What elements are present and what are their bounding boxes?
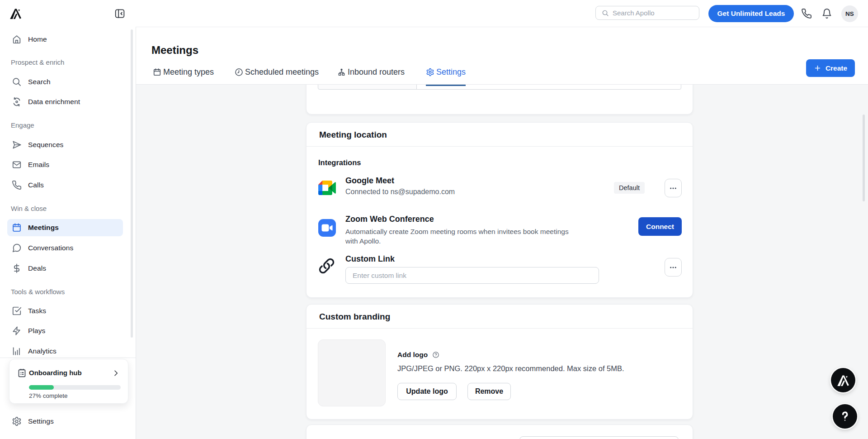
sidebar-item-search[interactable]: Search bbox=[0, 73, 136, 91]
tab-label: Inbound routers bbox=[348, 67, 405, 77]
custom-branding-card: Custom branding Add logo JPG/JPEG or PNG… bbox=[306, 304, 693, 420]
remove-logo-button[interactable]: Remove bbox=[467, 383, 511, 400]
tab-settings[interactable]: Settings bbox=[426, 63, 466, 84]
sidebar-section-win-close: Win & close bbox=[11, 205, 47, 212]
sidebar-item-meetings[interactable]: Meetings bbox=[0, 219, 136, 236]
phone-icon bbox=[12, 180, 22, 190]
dialer-phone-icon[interactable] bbox=[801, 8, 812, 19]
google-meet-logo bbox=[318, 181, 336, 195]
integrations-label: Integrations bbox=[318, 158, 361, 167]
sidebar-footer: Onboarding hub 27% complete Settings bbox=[0, 358, 136, 439]
sidebar-header bbox=[0, 0, 136, 27]
help-button[interactable] bbox=[833, 404, 857, 429]
sidebar-item-label: Home bbox=[28, 31, 47, 48]
calendar-icon bbox=[12, 223, 22, 233]
update-logo-button[interactable]: Update logo bbox=[397, 383, 457, 400]
bar-chart-icon bbox=[12, 346, 22, 356]
search-placeholder: Search Apollo bbox=[613, 6, 655, 19]
collapse-sidebar-button[interactable] bbox=[114, 8, 126, 19]
sidebar-item-conversations[interactable]: Conversations bbox=[0, 239, 136, 257]
zoom-description: Automatically create Zoom meeting rooms … bbox=[345, 227, 569, 246]
lightning-icon bbox=[12, 326, 22, 336]
sidebar-scrollbar[interactable] bbox=[131, 29, 133, 338]
sidebar-item-label: Sequences bbox=[28, 136, 63, 153]
create-label: Create bbox=[826, 64, 847, 72]
user-avatar[interactable]: NS bbox=[841, 5, 858, 22]
sidebar-section-prospect: Prospect & enrich bbox=[11, 58, 64, 66]
chat-bubble-icon bbox=[12, 243, 22, 253]
mail-icon bbox=[12, 160, 22, 170]
card-header: Meeting location bbox=[307, 123, 693, 147]
send-icon bbox=[12, 140, 22, 150]
tab-meeting-types[interactable]: Meeting types bbox=[153, 63, 214, 84]
get-unlimited-leads-button[interactable]: Get Unlimited Leads bbox=[708, 5, 794, 22]
meeting-location-card: Meeting location Integrations Google Mee… bbox=[306, 122, 693, 298]
zoom-connect-button[interactable]: Connect bbox=[638, 217, 682, 236]
tab-scheduled-meetings[interactable]: Scheduled meetings bbox=[235, 63, 319, 84]
sidebar-section-engage: Engage bbox=[11, 121, 34, 129]
help-circle-icon[interactable] bbox=[432, 351, 439, 358]
sidebar-item-label: Conversations bbox=[28, 239, 73, 257]
custom-link-placeholder: Enter custom link bbox=[353, 267, 406, 283]
sidebar-item-label: Tasks bbox=[28, 302, 46, 320]
google-meet-status: Connected to ns@supademo.com bbox=[345, 188, 455, 196]
question-mark-icon bbox=[838, 409, 852, 424]
onboarding-checklist-icon bbox=[17, 368, 27, 378]
sidebar-item-emails[interactable]: Emails bbox=[0, 156, 136, 173]
zoom-title: Zoom Web Conference bbox=[345, 215, 434, 224]
check-square-icon bbox=[12, 306, 22, 316]
card-title: Meeting location bbox=[319, 123, 387, 147]
sidebar-item-sequences[interactable]: Sequences bbox=[0, 136, 136, 153]
google-meet-more-button[interactable] bbox=[665, 179, 682, 197]
sidebar-section-tools: Tools & workflows bbox=[11, 288, 65, 296]
onboarding-hub-card[interactable]: Onboarding hub 27% complete bbox=[9, 359, 128, 404]
apollo-logo-icon bbox=[837, 374, 849, 386]
onboarding-progress-bar bbox=[29, 385, 121, 390]
tab-label: Settings bbox=[436, 67, 466, 77]
clock-icon bbox=[235, 68, 243, 76]
truncated-input[interactable] bbox=[519, 436, 679, 439]
content-scrollbar[interactable] bbox=[863, 115, 865, 201]
hierarchy-icon bbox=[337, 68, 346, 76]
google-meet-title: Google Meet bbox=[345, 176, 394, 186]
sidebar-item-plays[interactable]: Plays bbox=[0, 322, 136, 339]
sidebar-item-home[interactable]: Home bbox=[0, 31, 136, 48]
truncated-card-bottom bbox=[306, 425, 693, 439]
tab-label: Scheduled meetings bbox=[245, 67, 319, 77]
truncated-card-top bbox=[306, 85, 693, 115]
apollo-assistant-button[interactable] bbox=[831, 368, 855, 392]
custom-link-input[interactable]: Enter custom link bbox=[345, 267, 599, 284]
sidebar-item-label: Data enrichment bbox=[28, 93, 80, 110]
sidebar-item-label: Emails bbox=[28, 156, 49, 173]
create-button[interactable]: Create bbox=[806, 59, 855, 77]
sidebar-item-label: Analytics bbox=[28, 343, 57, 360]
global-search-input[interactable]: Search Apollo bbox=[595, 6, 699, 20]
sidebar-item-data-enrichment[interactable]: Data enrichment bbox=[0, 93, 136, 110]
card-header: Custom branding bbox=[307, 305, 693, 329]
chevron-right-icon bbox=[112, 369, 120, 377]
custom-link-more-button[interactable] bbox=[665, 258, 682, 277]
sidebar-item-label: Settings bbox=[28, 413, 54, 430]
logo-requirements-hint: JPG/JPEG or PNG. 220px x 220px recommend… bbox=[397, 364, 624, 373]
settings-content: Meeting location Integrations Google Mee… bbox=[136, 85, 868, 439]
card-title: Custom branding bbox=[319, 305, 390, 329]
notifications-bell-icon[interactable] bbox=[821, 8, 832, 19]
truncated-select[interactable] bbox=[318, 85, 417, 90]
topbar: Search Apollo Get Unlimited Leads NS bbox=[136, 0, 868, 27]
sidebar-item-calls[interactable]: Calls bbox=[0, 177, 136, 194]
sidebar-item-tasks[interactable]: Tasks bbox=[0, 302, 136, 320]
tab-inbound-routers[interactable]: Inbound routers bbox=[337, 63, 405, 84]
sidebar-item-label: Calls bbox=[28, 177, 44, 194]
dollar-icon bbox=[12, 263, 22, 273]
gear-icon bbox=[12, 416, 22, 426]
zoom-logo bbox=[318, 219, 336, 237]
home-icon bbox=[12, 34, 22, 44]
apollo-logo-icon bbox=[10, 8, 21, 19]
sidebar-item-deals[interactable]: Deals bbox=[0, 260, 136, 277]
sidebar-item-label: Deals bbox=[28, 260, 46, 277]
sidebar: Home Prospect & enrich Search Data enric… bbox=[0, 0, 136, 439]
link-icon bbox=[318, 258, 335, 274]
sidebar-item-label: Meetings bbox=[28, 219, 59, 236]
custom-link-title: Custom Link bbox=[345, 254, 395, 264]
sidebar-item-settings[interactable]: Settings bbox=[0, 413, 136, 430]
